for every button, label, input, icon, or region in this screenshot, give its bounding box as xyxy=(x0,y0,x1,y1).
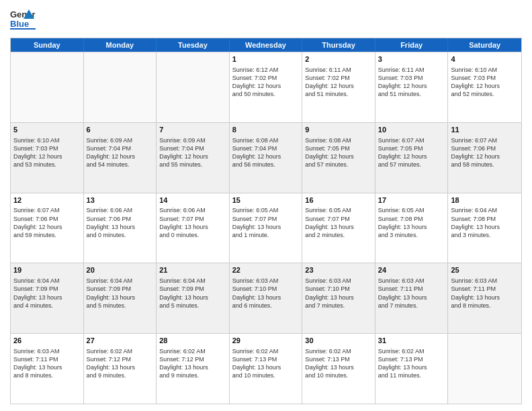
sunrise-info: Sunrise: 6:02 AM xyxy=(305,347,372,355)
svg-text:Blue: Blue xyxy=(10,19,29,29)
day-number: 7 xyxy=(159,125,226,135)
week-row-4: 26Sunrise: 6:03 AMSunset: 7:11 PMDayligh… xyxy=(11,333,521,404)
header-day-saturday: Saturday xyxy=(448,38,521,52)
table-row: 21Sunrise: 6:04 AMSunset: 7:09 PMDayligh… xyxy=(157,263,230,333)
table-row: 10Sunrise: 6:07 AMSunset: 7:05 PMDayligh… xyxy=(375,123,449,193)
day-number: 21 xyxy=(159,265,226,275)
day-number: 2 xyxy=(305,54,372,64)
daylight-info: and 51 minutes. xyxy=(378,90,445,98)
calendar: SundayMondayTuesdayWednesdayThursdayFrid… xyxy=(10,38,522,404)
day-number: 9 xyxy=(305,125,372,135)
sunrise-info: Sunrise: 6:08 AM xyxy=(305,136,372,144)
table-row xyxy=(11,52,84,122)
table-row: 28Sunrise: 6:02 AMSunset: 7:12 PMDayligh… xyxy=(157,334,230,404)
sunset-info: Sunset: 7:11 PM xyxy=(378,285,445,293)
day-number: 29 xyxy=(232,336,300,346)
sunset-info: Sunset: 7:07 PM xyxy=(305,215,372,223)
table-row: 4Sunrise: 6:10 AMSunset: 7:03 PMDaylight… xyxy=(448,52,521,122)
sunrise-info: Sunrise: 6:05 AM xyxy=(232,206,300,214)
daylight-info: and 53 minutes. xyxy=(13,161,81,169)
sunrise-info: Sunrise: 6:04 AM xyxy=(87,277,154,285)
day-number: 16 xyxy=(305,195,372,205)
daylight-info: Daylight: 12 hours xyxy=(378,82,445,90)
sunrise-info: Sunrise: 6:05 AM xyxy=(305,206,372,214)
header-day-sunday: Sunday xyxy=(11,38,84,52)
sunset-info: Sunset: 7:06 PM xyxy=(451,144,519,152)
daylight-info: and 9 minutes. xyxy=(87,371,154,379)
day-number: 19 xyxy=(13,265,81,275)
table-row: 19Sunrise: 6:04 AMSunset: 7:09 PMDayligh… xyxy=(11,263,84,333)
table-row: 25Sunrise: 6:03 AMSunset: 7:11 PMDayligh… xyxy=(448,263,521,333)
daylight-info: and 10 minutes. xyxy=(232,371,300,379)
sunrise-info: Sunrise: 6:09 AM xyxy=(159,136,226,144)
sunset-info: Sunset: 7:03 PM xyxy=(13,144,81,152)
sunset-info: Sunset: 7:09 PM xyxy=(87,285,154,293)
daylight-info: Daylight: 12 hours xyxy=(87,152,154,161)
table-row: 31Sunrise: 6:02 AMSunset: 7:13 PMDayligh… xyxy=(375,334,449,404)
sunrise-info: Sunrise: 6:04 AM xyxy=(451,206,519,214)
sunrise-info: Sunrise: 6:03 AM xyxy=(451,277,519,285)
daylight-info: Daylight: 13 hours xyxy=(232,363,300,371)
sunset-info: Sunset: 7:10 PM xyxy=(232,285,300,293)
daylight-info: and 7 minutes. xyxy=(378,302,445,310)
day-number: 31 xyxy=(378,336,445,346)
sunset-info: Sunset: 7:04 PM xyxy=(87,144,154,152)
sunset-info: Sunset: 7:08 PM xyxy=(451,215,519,223)
day-number: 1 xyxy=(232,54,300,64)
sunset-info: Sunset: 7:12 PM xyxy=(87,355,154,363)
day-number: 24 xyxy=(378,265,445,275)
sunset-info: Sunset: 7:06 PM xyxy=(13,215,81,223)
day-number: 17 xyxy=(378,195,445,205)
daylight-info: Daylight: 12 hours xyxy=(451,152,519,161)
daylight-info: and 57 minutes. xyxy=(305,161,372,169)
table-row: 26Sunrise: 6:03 AMSunset: 7:11 PMDayligh… xyxy=(11,334,84,404)
sunset-info: Sunset: 7:04 PM xyxy=(159,144,226,152)
daylight-info: and 51 minutes. xyxy=(305,90,372,98)
daylight-info: Daylight: 12 hours xyxy=(159,152,226,161)
daylight-info: and 11 minutes. xyxy=(378,371,445,379)
daylight-info: and 57 minutes. xyxy=(378,161,445,169)
table-row: 22Sunrise: 6:03 AMSunset: 7:10 PMDayligh… xyxy=(230,263,303,333)
daylight-info: and 4 minutes. xyxy=(13,302,81,310)
sunrise-info: Sunrise: 6:06 AM xyxy=(87,206,154,214)
sunset-info: Sunset: 7:09 PM xyxy=(159,285,226,293)
week-row-3: 19Sunrise: 6:04 AMSunset: 7:09 PMDayligh… xyxy=(11,263,521,333)
week-row-0: 1Sunrise: 6:12 AMSunset: 7:02 PMDaylight… xyxy=(11,52,521,122)
table-row: 18Sunrise: 6:04 AMSunset: 7:08 PMDayligh… xyxy=(448,193,521,263)
header-day-wednesday: Wednesday xyxy=(230,38,303,52)
day-number: 8 xyxy=(232,125,300,135)
day-number: 13 xyxy=(87,195,154,205)
table-row: 7Sunrise: 6:09 AMSunset: 7:04 PMDaylight… xyxy=(157,123,230,193)
sunset-info: Sunset: 7:03 PM xyxy=(378,74,445,82)
daylight-info: Daylight: 12 hours xyxy=(232,152,300,161)
daylight-info: Daylight: 13 hours xyxy=(87,293,154,302)
daylight-info: and 1 minute. xyxy=(232,231,300,239)
daylight-info: Daylight: 13 hours xyxy=(159,223,226,231)
sunrise-info: Sunrise: 6:03 AM xyxy=(13,347,81,355)
table-row: 1Sunrise: 6:12 AMSunset: 7:02 PMDaylight… xyxy=(230,52,303,122)
day-number: 15 xyxy=(232,195,300,205)
table-row: 13Sunrise: 6:06 AMSunset: 7:06 PMDayligh… xyxy=(84,193,157,263)
daylight-info: Daylight: 12 hours xyxy=(451,82,519,90)
daylight-info: and 8 minutes. xyxy=(451,302,519,310)
table-row: 29Sunrise: 6:02 AMSunset: 7:13 PMDayligh… xyxy=(230,334,303,404)
daylight-info: and 59 minutes. xyxy=(13,231,81,239)
sunset-info: Sunset: 7:06 PM xyxy=(87,215,154,223)
daylight-info: and 6 minutes. xyxy=(232,302,300,310)
sunset-info: Sunset: 7:11 PM xyxy=(13,355,81,363)
header-day-friday: Friday xyxy=(375,38,449,52)
sunrise-info: Sunrise: 6:02 AM xyxy=(87,347,154,355)
sunset-info: Sunset: 7:12 PM xyxy=(159,355,226,363)
sunset-info: Sunset: 7:09 PM xyxy=(13,285,81,293)
table-row: 9Sunrise: 6:08 AMSunset: 7:05 PMDaylight… xyxy=(302,123,375,193)
sunset-info: Sunset: 7:02 PM xyxy=(232,74,300,82)
sunrise-info: Sunrise: 6:11 AM xyxy=(378,66,445,74)
table-row: 17Sunrise: 6:05 AMSunset: 7:08 PMDayligh… xyxy=(375,193,449,263)
daylight-info: Daylight: 12 hours xyxy=(305,82,372,90)
daylight-info: Daylight: 13 hours xyxy=(305,293,372,302)
sunrise-info: Sunrise: 6:10 AM xyxy=(13,136,81,144)
page: General Blue SundayMondayTuesdayWednesda… xyxy=(0,0,532,411)
daylight-info: and 50 minutes. xyxy=(232,90,300,98)
table-row: 5Sunrise: 6:10 AMSunset: 7:03 PMDaylight… xyxy=(11,123,84,193)
daylight-info: Daylight: 13 hours xyxy=(305,223,372,231)
